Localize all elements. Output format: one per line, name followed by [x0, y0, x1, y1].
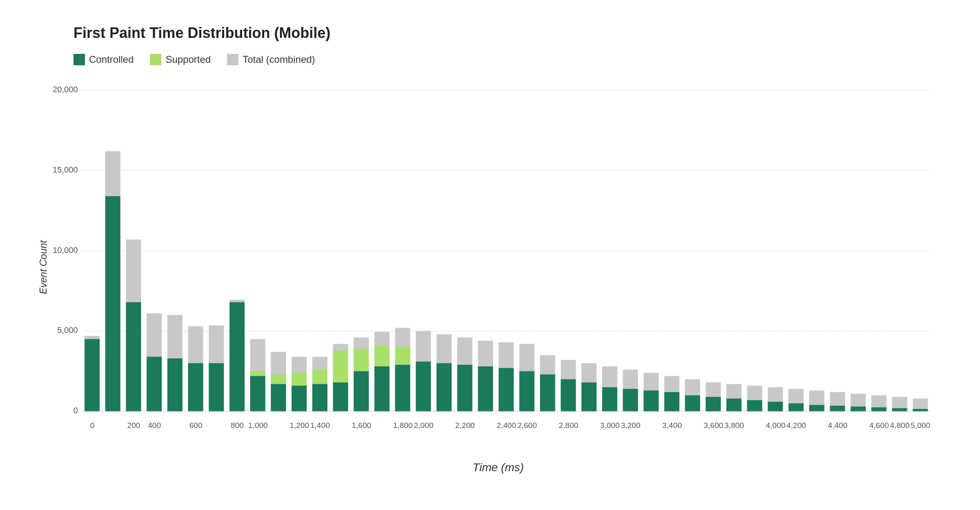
svg-text:15,000: 15,000: [53, 165, 78, 174]
y-axis-label: Event Count: [38, 240, 49, 294]
svg-text:400: 400: [148, 421, 161, 430]
svg-text:1,200: 1,200: [290, 421, 309, 430]
svg-text:1,800: 1,800: [393, 421, 413, 430]
svg-rect-111: [581, 382, 597, 411]
svg-rect-139: [726, 399, 742, 411]
x-axis-label: Time (ms): [49, 461, 947, 474]
svg-text:3,200: 3,200: [621, 421, 640, 430]
svg-text:1,000: 1,000: [248, 421, 268, 430]
svg-rect-75: [395, 365, 411, 411]
svg-rect-163: [851, 406, 866, 411]
svg-rect-83: [437, 363, 452, 411]
svg-rect-15: [85, 339, 100, 411]
svg-text:2,400: 2,400: [497, 421, 516, 430]
legend-item-supported: Supported: [150, 54, 211, 65]
svg-rect-1: [150, 54, 161, 65]
svg-text:4,800: 4,800: [890, 421, 910, 430]
svg-text:4,000: 4,000: [766, 421, 785, 430]
legend-label-supported: Supported: [165, 54, 211, 65]
svg-text:2,600: 2,600: [517, 421, 537, 430]
svg-text:3,400: 3,400: [662, 421, 682, 430]
svg-rect-135: [706, 397, 721, 411]
chart-title: First Paint Time Distribution (Mobile): [74, 24, 947, 42]
svg-rect-39: [209, 363, 224, 411]
svg-rect-67: [354, 371, 369, 411]
svg-rect-91: [478, 366, 493, 411]
svg-text:0: 0: [90, 421, 95, 430]
svg-rect-143: [747, 400, 763, 412]
supported-icon: [150, 54, 161, 65]
svg-rect-131: [685, 395, 701, 411]
svg-rect-2: [227, 54, 238, 65]
total-icon: [227, 54, 238, 65]
svg-rect-31: [167, 358, 183, 411]
svg-rect-107: [561, 379, 576, 411]
svg-rect-35: [188, 363, 204, 411]
svg-text:3,800: 3,800: [724, 421, 744, 430]
svg-rect-175: [913, 409, 928, 411]
chart-svg: 05,00010,00015,00020,00002004006008001,0…: [49, 82, 947, 453]
svg-rect-123: [644, 390, 659, 411]
svg-rect-147: [768, 402, 783, 412]
svg-text:3,000: 3,000: [600, 421, 620, 430]
legend-item-total: Total (combined): [227, 54, 315, 65]
svg-rect-0: [74, 54, 85, 65]
svg-text:20,000: 20,000: [53, 85, 78, 94]
svg-rect-47: [250, 376, 266, 412]
svg-rect-167: [871, 407, 887, 411]
legend-item-controlled: Controlled: [74, 54, 134, 65]
svg-rect-19: [105, 196, 121, 411]
svg-rect-171: [892, 408, 908, 411]
svg-rect-51: [271, 384, 286, 411]
svg-text:3,600: 3,600: [704, 421, 723, 430]
svg-text:4,600: 4,600: [869, 421, 889, 430]
svg-rect-151: [788, 404, 804, 412]
svg-rect-119: [623, 389, 638, 411]
svg-rect-63: [333, 382, 349, 411]
svg-text:2,000: 2,000: [414, 421, 433, 430]
svg-rect-79: [416, 361, 431, 411]
svg-text:800: 800: [231, 421, 244, 430]
svg-rect-43: [229, 302, 245, 412]
svg-rect-71: [374, 366, 390, 411]
svg-rect-55: [292, 386, 307, 411]
svg-rect-99: [519, 371, 535, 411]
svg-text:4,200: 4,200: [786, 421, 806, 430]
svg-rect-27: [147, 357, 162, 411]
svg-text:10,000: 10,000: [53, 246, 78, 255]
chart-area: Event Count 05,00010,00015,00020,0000200…: [49, 82, 947, 453]
svg-rect-127: [664, 392, 680, 411]
svg-text:1,400: 1,400: [310, 421, 330, 430]
svg-text:5,000: 5,000: [911, 421, 930, 430]
svg-rect-155: [809, 405, 825, 411]
controlled-icon: [74, 54, 85, 65]
chart-container: First Paint Time Distribution (Mobile) C…: [0, 0, 980, 510]
svg-text:200: 200: [127, 421, 140, 430]
svg-rect-23: [126, 302, 141, 412]
svg-text:600: 600: [189, 421, 203, 430]
legend-label-controlled: Controlled: [89, 54, 134, 65]
svg-rect-95: [499, 368, 514, 411]
svg-text:2,800: 2,800: [559, 421, 578, 430]
svg-rect-159: [830, 406, 845, 411]
svg-rect-59: [312, 384, 328, 411]
svg-text:5,000: 5,000: [57, 326, 78, 335]
svg-rect-87: [457, 365, 473, 411]
svg-text:0: 0: [73, 406, 78, 415]
legend-label-total: Total (combined): [243, 54, 315, 65]
svg-rect-115: [602, 387, 618, 411]
svg-text:4,400: 4,400: [828, 421, 847, 430]
svg-rect-103: [540, 375, 556, 412]
chart-legend: Controlled Supported Total (combined): [74, 54, 947, 65]
svg-text:2,200: 2,200: [455, 421, 475, 430]
svg-text:1,600: 1,600: [352, 421, 371, 430]
